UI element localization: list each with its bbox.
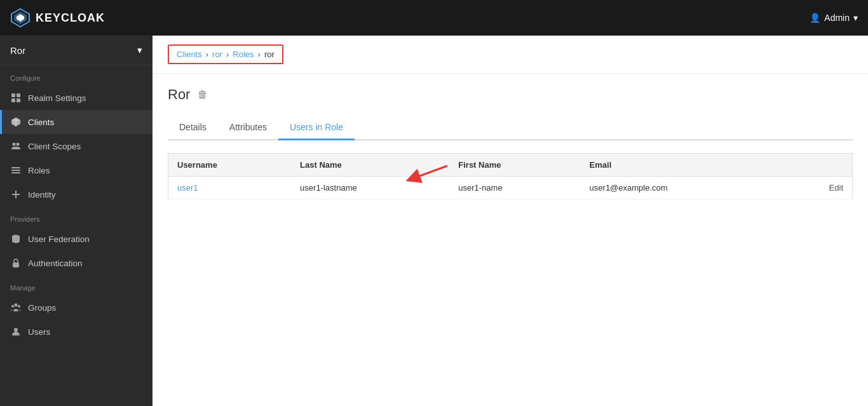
sidebar-item-client-scopes[interactable]: Client Scopes <box>0 134 153 158</box>
sidebar-item-realm-settings-label: Realm Settings <box>28 93 86 103</box>
sidebar-item-authentication-label: Authentication <box>28 259 83 268</box>
sidebar-item-user-federation-label: User Federation <box>28 234 90 244</box>
users-circle-icon <box>10 140 22 152</box>
svg-point-9 <box>17 143 20 146</box>
list-icon <box>10 165 22 176</box>
breadcrumb: Clients › ror › Roles › ror <box>168 44 283 64</box>
lock-icon <box>10 257 22 269</box>
svg-point-18 <box>11 305 14 308</box>
svg-rect-4 <box>17 93 20 97</box>
main-layout: Ror ▾ Configure Realm Settings <box>0 36 868 406</box>
svg-rect-11 <box>11 170 20 171</box>
svg-rect-5 <box>11 98 15 102</box>
user-icon: 👤 <box>810 13 820 23</box>
svg-rect-12 <box>11 172 20 173</box>
breadcrumb-clients[interactable]: Clients <box>177 50 202 59</box>
keycloak-logo-icon <box>10 8 31 28</box>
realm-selector[interactable]: Ror ▾ <box>0 36 153 65</box>
sidebar-item-groups-label: Groups <box>28 303 56 313</box>
tab-users-in-role[interactable]: Users in Role <box>278 116 355 140</box>
sidebar-item-clients-label: Clients <box>28 118 54 127</box>
svg-rect-6 <box>17 98 20 102</box>
user-chevron-icon: ▾ <box>853 13 858 23</box>
cell-first-name: user1-name <box>449 177 580 200</box>
sidebar: Ror ▾ Configure Realm Settings <box>0 36 153 406</box>
sidebar-item-groups[interactable]: Groups <box>0 295 153 320</box>
table-header-row: Username Last Name First Name Email <box>168 154 853 177</box>
trash-icon[interactable]: 🗑 <box>198 89 208 100</box>
cell-email: user1@example.com <box>581 177 784 200</box>
col-username: Username <box>168 154 292 177</box>
user-icon <box>10 326 22 337</box>
sidebar-item-user-federation[interactable]: User Federation <box>0 227 153 251</box>
sidebar-item-clients[interactable]: Clients <box>0 110 153 134</box>
grid-icon <box>10 92 22 104</box>
svg-point-19 <box>18 305 20 308</box>
svg-rect-10 <box>11 167 20 168</box>
top-header: KEYCLOAK 👤 Admin ▾ <box>0 0 868 36</box>
page-title-row: Ror 🗑 <box>168 86 853 103</box>
breadcrumb-bar: Clients › ror › Roles › ror <box>153 36 868 74</box>
manage-section-label: Manage <box>0 275 153 295</box>
breadcrumb-ror-1[interactable]: ror <box>212 50 222 59</box>
username-link[interactable]: user1 <box>177 183 198 193</box>
configure-section-label: Configure <box>0 65 153 86</box>
breadcrumb-roles[interactable]: Roles <box>233 50 254 59</box>
cell-edit[interactable]: Edit <box>784 177 853 200</box>
table-row: user1 user1-lastname user1-name user1@ex… <box>168 177 853 200</box>
svg-point-8 <box>13 143 16 146</box>
svg-point-17 <box>15 304 18 307</box>
users-table: Username Last Name First Name Email user… <box>168 153 853 200</box>
sidebar-item-users[interactable]: Users <box>0 320 153 344</box>
col-last-name: Last Name <box>291 154 449 177</box>
cube-icon <box>10 116 22 128</box>
svg-rect-3 <box>11 93 15 97</box>
tab-attributes[interactable]: Attributes <box>218 116 278 140</box>
realm-name: Ror <box>10 45 25 56</box>
breadcrumb-sep-2: › <box>226 50 229 59</box>
col-email: Email <box>581 154 784 177</box>
tab-bar: Details Attributes Users in Role <box>168 116 853 140</box>
logo-text: KEYCLOAK <box>36 11 105 25</box>
realm-chevron-icon: ▾ <box>137 44 142 56</box>
breadcrumb-current: ror <box>264 50 275 59</box>
sidebar-item-client-scopes-label: Client Scopes <box>28 142 81 151</box>
sidebar-item-roles-label: Roles <box>28 166 50 175</box>
tab-details[interactable]: Details <box>168 116 218 140</box>
cell-last-name: user1-lastname <box>291 177 449 200</box>
split-icon <box>10 189 22 200</box>
main-content: Clients › ror › Roles › ror Ror 🗑 Detail… <box>153 36 868 406</box>
user-label: Admin <box>824 13 850 23</box>
breadcrumb-sep-3: › <box>258 50 261 59</box>
col-first-name: First Name <box>449 154 580 177</box>
sidebar-item-users-label: Users <box>28 327 50 337</box>
user-menu[interactable]: 👤 Admin ▾ <box>810 13 858 23</box>
page-title: Ror <box>168 86 190 103</box>
database-icon <box>10 233 22 245</box>
sidebar-item-authentication[interactable]: Authentication <box>0 251 153 275</box>
cell-username: user1 <box>168 177 292 200</box>
breadcrumb-sep-1: › <box>206 50 208 59</box>
providers-section-label: Providers <box>0 206 153 227</box>
col-action <box>784 154 853 177</box>
svg-rect-16 <box>13 262 19 267</box>
sidebar-item-realm-settings[interactable]: Realm Settings <box>0 86 153 110</box>
logo: KEYCLOAK <box>10 8 105 28</box>
sidebar-item-identity-label: Identity <box>28 190 56 200</box>
group-icon <box>10 302 22 313</box>
table-container: Username Last Name First Name Email user… <box>168 153 853 200</box>
svg-point-20 <box>14 328 18 332</box>
sidebar-item-identity[interactable]: Identity <box>0 182 153 206</box>
page-body: Ror 🗑 Details Attributes Users in Role U… <box>153 74 868 212</box>
sidebar-item-roles[interactable]: Roles <box>0 158 153 182</box>
